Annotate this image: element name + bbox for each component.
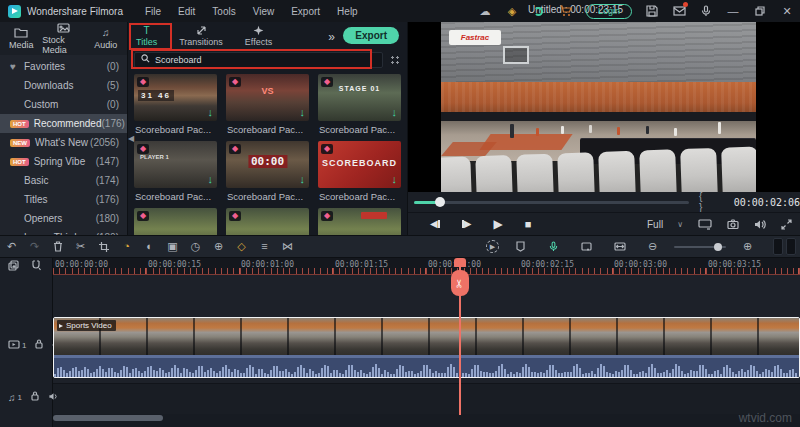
sidebar-item-favorites[interactable]: ♥ Favorites (0) bbox=[0, 57, 127, 76]
timeline-horizontal-scrollbar[interactable] bbox=[53, 415, 163, 421]
playhead-scissors-button[interactable]: ✂ bbox=[451, 270, 469, 296]
menu-file[interactable]: File bbox=[145, 6, 161, 17]
render-preview-icon[interactable]: ▶ bbox=[486, 240, 499, 253]
zoom-in-icon[interactable]: ⊕ bbox=[736, 241, 759, 252]
cart-icon[interactable] bbox=[559, 4, 573, 18]
panel-collapse-arrow[interactable]: ◀ bbox=[128, 134, 134, 143]
restore-button[interactable] bbox=[753, 4, 767, 18]
menu-export[interactable]: Export bbox=[291, 6, 320, 17]
template-item[interactable]: ◆↓ Scoreboard Pac... bbox=[134, 208, 217, 235]
focus-tracking-icon[interactable]: ⊕ bbox=[207, 241, 230, 252]
tab-media[interactable]: Media bbox=[0, 27, 42, 50]
sidebar-item-recommended[interactable]: Hot Recommended (176) bbox=[0, 114, 127, 133]
previous-frame-button[interactable]: ◀ bbox=[430, 219, 440, 229]
zoom-level-dropdown[interactable]: Full∨ bbox=[647, 219, 683, 230]
download-icon[interactable]: ↓ bbox=[392, 106, 398, 118]
sidebar-item-downloads[interactable]: Downloads (5) bbox=[0, 76, 127, 95]
save-icon[interactable] bbox=[645, 4, 659, 18]
fullscreen-icon[interactable] bbox=[781, 219, 792, 230]
template-item[interactable]: ◆00:00↓ Scoreboard Pac... bbox=[226, 141, 309, 208]
template-item-selected[interactable]: ◆SCOREBOARD↓ Scoreboard Pac... bbox=[318, 141, 401, 208]
zoom-slider-handle[interactable] bbox=[714, 243, 722, 251]
cloud-icon[interactable]: ☁ bbox=[478, 4, 492, 18]
menu-view[interactable]: View bbox=[253, 6, 275, 17]
tab-titles[interactable]: T Titles bbox=[136, 25, 157, 47]
grid-view-icon[interactable] bbox=[389, 54, 401, 66]
download-icon[interactable]: ↓ bbox=[208, 173, 214, 185]
stop-button[interactable]: ■ bbox=[525, 219, 532, 230]
close-button[interactable]: ✕ bbox=[780, 4, 794, 18]
voiceover-mic-icon[interactable] bbox=[542, 241, 565, 252]
sidebar-item-spring-vibe[interactable]: Hot Spring Vibe (147) bbox=[0, 152, 127, 171]
volume-icon[interactable] bbox=[754, 219, 766, 230]
speaker-icon[interactable] bbox=[48, 392, 59, 403]
audio-track-lane[interactable] bbox=[0, 383, 800, 414]
download-icon[interactable]: ↓ bbox=[208, 106, 214, 118]
search-input[interactable]: Scoreboard bbox=[134, 52, 383, 68]
delete-icon[interactable] bbox=[46, 241, 69, 252]
mail-icon[interactable] bbox=[672, 4, 686, 18]
lock-icon[interactable] bbox=[35, 339, 43, 351]
tab-stock-media[interactable]: Stock Media bbox=[42, 22, 84, 55]
timeline-clip-sports-video[interactable]: Sports Video bbox=[53, 317, 800, 378]
sidebar-item-custom[interactable]: Custom (0) bbox=[0, 95, 127, 114]
timeline-zoom-slider[interactable] bbox=[674, 246, 726, 248]
template-item[interactable]: ◆PLAYER 1↓ Scoreboard Pac... bbox=[134, 141, 217, 208]
crop-icon[interactable] bbox=[92, 242, 115, 252]
sidebar-item-openers[interactable]: Openers (180) bbox=[0, 209, 127, 228]
lock-icon[interactable] bbox=[31, 391, 39, 403]
adjustment-icon[interactable]: ≡ bbox=[253, 241, 276, 252]
marker-shield-icon[interactable] bbox=[509, 241, 532, 252]
more-panels-chevron[interactable]: » bbox=[328, 30, 335, 44]
panel-layout-toggle[interactable] bbox=[773, 238, 796, 255]
menu-tools[interactable]: Tools bbox=[212, 6, 235, 17]
play-button[interactable]: ▶ bbox=[493, 218, 502, 230]
minimize-button[interactable]: — bbox=[726, 4, 740, 18]
menu-edit[interactable]: Edit bbox=[178, 6, 195, 17]
tab-transitions[interactable]: Transitions bbox=[179, 25, 223, 47]
template-item[interactable]: ◆↓ Scoreboard Pac... bbox=[318, 208, 401, 235]
keyframe-icon[interactable]: ◇ bbox=[230, 241, 253, 252]
template-item[interactable]: ◆VS↓ Scoreboard Pac... bbox=[226, 74, 309, 141]
preview-video[interactable]: Fastrac bbox=[408, 22, 800, 192]
redo-icon[interactable]: ↷ bbox=[23, 241, 46, 252]
refresh-icon[interactable] bbox=[532, 4, 546, 18]
snapshot-camera-icon[interactable] bbox=[727, 219, 739, 230]
sidebar-item-lower-thirds[interactable]: Lower Thirds (180) bbox=[0, 228, 127, 235]
timeline-ruler[interactable]: 00:00:00:00 00:00:00:15 00:00:01:00 00:0… bbox=[53, 258, 800, 275]
login-button[interactable]: Login bbox=[586, 4, 632, 19]
color-palette-icon[interactable]: ◐ bbox=[138, 241, 161, 252]
sidebar-item-basic[interactable]: Basic (174) bbox=[0, 171, 127, 190]
split-scissors-icon[interactable]: ✂ bbox=[69, 241, 92, 252]
audio-mixer-icon[interactable] bbox=[575, 242, 598, 252]
snap-magnet-icon[interactable] bbox=[31, 260, 41, 273]
next-frame-button[interactable]: ▶ bbox=[462, 219, 472, 229]
playhead-handle[interactable] bbox=[454, 258, 466, 267]
download-icon[interactable]: ↓ bbox=[300, 173, 306, 185]
fit-timeline-icon[interactable] bbox=[608, 242, 631, 251]
menu-help[interactable]: Help bbox=[337, 6, 358, 17]
mark-in-out-icons[interactable]: { } bbox=[699, 191, 732, 213]
sidebar-item-whats-new[interactable]: New What's New (2056) bbox=[0, 133, 127, 152]
mic-icon[interactable] bbox=[699, 4, 713, 18]
motion-tracking-icon[interactable]: ▣ bbox=[161, 241, 184, 252]
download-icon[interactable]: ↓ bbox=[300, 106, 306, 118]
speed-icon[interactable]: ◔ bbox=[115, 241, 138, 252]
seek-handle[interactable] bbox=[435, 197, 445, 207]
upgrade-gem-icon[interactable]: ◈ bbox=[505, 4, 519, 18]
tab-audio[interactable]: ♫ Audio bbox=[85, 27, 127, 50]
seek-bar[interactable] bbox=[414, 201, 689, 204]
zoom-out-icon[interactable]: ⊖ bbox=[641, 241, 664, 252]
export-button[interactable]: Export bbox=[343, 27, 399, 44]
template-item[interactable]: ◆31 46↓ Scoreboard Pac... bbox=[134, 74, 217, 141]
duration-clock-icon[interactable]: ◷ bbox=[184, 241, 207, 252]
template-item[interactable]: ◆↓ Scoreboard Pac... bbox=[226, 208, 309, 235]
audio-stretch-icon[interactable]: ⋈ bbox=[276, 241, 299, 252]
download-icon[interactable]: ↓ bbox=[392, 173, 398, 185]
manage-tracks-icon[interactable] bbox=[8, 260, 19, 273]
tab-effects[interactable]: Effects bbox=[245, 25, 272, 47]
display-device-icon[interactable] bbox=[698, 219, 712, 230]
template-item[interactable]: ◆STAGE 01↓ Scoreboard Pac... bbox=[318, 74, 401, 141]
undo-icon[interactable]: ↶ bbox=[0, 241, 23, 252]
sidebar-item-titles[interactable]: Titles (176) bbox=[0, 190, 127, 209]
